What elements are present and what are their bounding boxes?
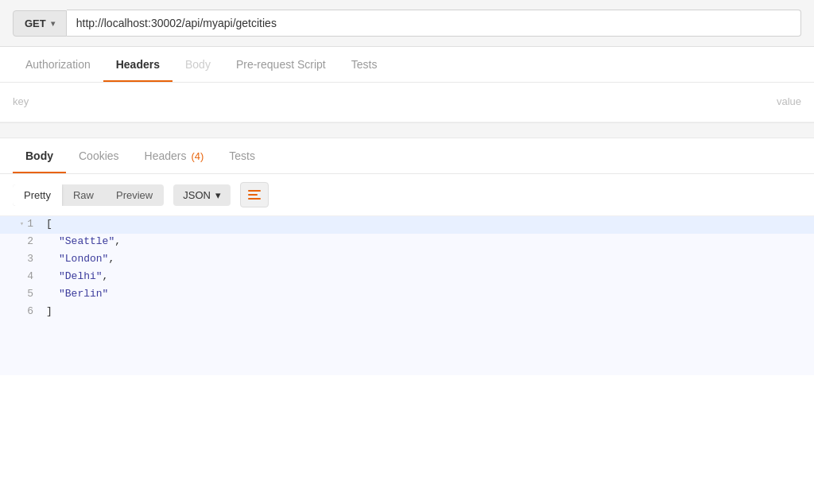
wrap-icon — [248, 190, 261, 200]
tab-pre-request-script[interactable]: Pre-request Script — [223, 47, 339, 82]
format-pretty-button[interactable]: Pretty — [13, 184, 62, 206]
code-area: ▾ 1 [ 2 "Seattle", 3 — [0, 216, 814, 375]
response-section: Body Cookies Headers (4) Tests Pretty Ra… — [0, 138, 814, 504]
response-tab-body[interactable]: Body — [13, 138, 66, 173]
code-content-4: "Delhi", — [40, 269, 114, 284]
line-num-5: 5 — [0, 286, 40, 301]
code-line-5: 5 "Berlin" — [0, 286, 814, 304]
wrap-button[interactable] — [240, 182, 269, 207]
code-line-3: 3 "London", — [0, 251, 814, 269]
method-chevron: ▾ — [51, 19, 55, 28]
format-raw-button[interactable]: Raw — [62, 184, 105, 206]
code-line-2: 2 "Seattle", — [0, 234, 814, 251]
format-bar: Pretty Raw Preview JSON ▾ — [0, 174, 814, 216]
tab-tests[interactable]: Tests — [339, 47, 390, 82]
code-content-5: "Berlin" — [40, 286, 114, 301]
url-input[interactable] — [67, 10, 801, 37]
format-type-chevron: ▾ — [215, 189, 221, 201]
request-tabs: Authorization Headers Body Pre-request S… — [0, 47, 814, 83]
line-num-1: ▾ 1 — [0, 216, 40, 231]
app-container: GET ▾ Authorization Headers Body Pre-req… — [0, 0, 814, 504]
response-tabs: Body Cookies Headers (4) Tests — [0, 138, 814, 174]
headers-key-value: key value — [0, 83, 814, 122]
response-tab-cookies[interactable]: Cookies — [66, 138, 132, 173]
headers-count-badge: (4) — [191, 150, 204, 162]
line-num-3: 3 — [0, 251, 40, 266]
format-preview-button[interactable]: Preview — [105, 184, 164, 206]
line-num-4: 4 — [0, 269, 40, 284]
format-type-label: JSON — [183, 189, 211, 201]
tab-body[interactable]: Body — [172, 47, 223, 82]
url-bar: GET ▾ — [0, 0, 814, 47]
tab-authorization[interactable]: Authorization — [13, 47, 103, 82]
code-content-6: ] — [40, 304, 59, 319]
code-line-6: 6 ] — [0, 304, 814, 321]
code-content-2: "Seattle", — [40, 234, 127, 249]
response-tab-headers[interactable]: Headers (4) — [132, 138, 217, 173]
line-num-2: 2 — [0, 234, 40, 249]
format-type-dropdown[interactable]: JSON ▾ — [173, 184, 231, 206]
method-label: GET — [25, 17, 46, 29]
line-num-6: 6 — [0, 304, 40, 319]
key-placeholder[interactable]: key — [13, 92, 777, 112]
tab-headers[interactable]: Headers — [103, 47, 172, 82]
format-group: Pretty Raw Preview — [13, 184, 164, 206]
value-placeholder[interactable]: value — [777, 92, 801, 112]
code-line-4: 4 "Delhi", — [0, 269, 814, 286]
code-content-1: [ — [40, 216, 59, 231]
section-spacer — [0, 122, 814, 138]
response-tab-tests[interactable]: Tests — [216, 138, 268, 173]
code-line-1: ▾ 1 [ — [0, 216, 814, 234]
code-content-3: "London", — [40, 251, 121, 266]
fold-icon-1[interactable]: ▾ — [20, 219, 24, 228]
method-dropdown[interactable]: GET ▾ — [13, 10, 67, 37]
